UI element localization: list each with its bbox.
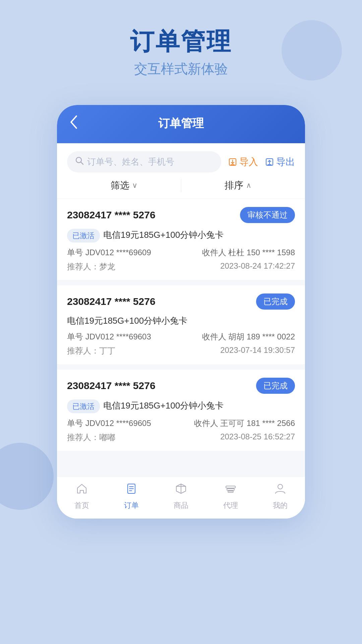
home-icon (76, 483, 88, 498)
back-button[interactable] (69, 115, 78, 132)
recipient-info: 收件人 杜杜 150 **** 1598 (202, 247, 295, 258)
sort-label: 排序 (225, 179, 243, 192)
svg-rect-10 (226, 486, 235, 488)
nav-item-agent[interactable]: 代理 (206, 483, 255, 511)
order-number: 23082417 **** 5276 (67, 296, 156, 307)
search-area: 订单号、姓名、手机号 导入 导出 (57, 143, 305, 172)
search-placeholder: 订单号、姓名、手机号 (87, 156, 174, 168)
export-button[interactable]: 导出 (265, 156, 295, 168)
svg-rect-12 (228, 491, 233, 492)
filter-sort-bar: 筛选 ∨ 排序 ∧ (57, 172, 305, 199)
jd-order-number: 单号 JDV012 ****69605 (67, 418, 151, 429)
activated-tag: 已激活 (67, 399, 100, 413)
status-badge: 审核不通过 (240, 207, 295, 223)
list-bottom-space (57, 456, 305, 476)
status-badge: 已完成 (256, 293, 295, 310)
recipient-info: 收件人 胡胡 189 **** 0022 (202, 331, 295, 342)
page-header: 订单管理 交互样式新体验 (0, 0, 362, 92)
import-label: 导入 (239, 156, 258, 168)
product-icon (175, 483, 187, 498)
jd-order-number: 单号 JDV012 ****69603 (67, 331, 151, 342)
bg-circle-bottom-left (0, 443, 54, 510)
order-footer-row: 推荐人：嘟嘟 2023-08-25 16:52:27 (67, 432, 295, 443)
order-number: 23082417 **** 5276 (67, 380, 156, 391)
order-detail-row: 单号 JDV012 ****69605 收件人 王可可 181 **** 256… (67, 418, 295, 429)
svg-line-1 (81, 162, 83, 164)
nav-label-order: 订单 (124, 500, 139, 511)
order-card[interactable]: 23082417 **** 5276 审核不通过 已激活电信19元185G+10… (57, 199, 305, 280)
import-button[interactable]: 导入 (228, 156, 258, 168)
export-label: 导出 (276, 156, 295, 168)
order-datetime: 2023-08-24 17:42:27 (220, 261, 295, 272)
sort-chevron-icon: ∧ (246, 181, 251, 190)
nav-item-home[interactable]: 首页 (57, 483, 107, 511)
filter-button[interactable]: 筛选 ∨ (67, 179, 181, 192)
nav-item-order[interactable]: 订单 (107, 483, 156, 511)
referrer: 推荐人：梦龙 (67, 261, 115, 272)
phone-mockup: 订单管理 订单号、姓名、手机号 导入 (57, 105, 305, 518)
order-detail-row: 单号 JDV012 ****69609 收件人 杜杜 150 **** 1598 (67, 247, 295, 258)
filter-chevron-icon: ∨ (132, 181, 137, 190)
order-card-header: 23082417 **** 5276 已完成 (67, 378, 295, 394)
order-card-header: 23082417 **** 5276 审核不通过 (67, 207, 295, 223)
order-detail-row: 单号 JDV012 ****69603 收件人 胡胡 189 **** 0022 (67, 331, 295, 342)
order-datetime: 2023-08-25 16:52:27 (220, 432, 295, 443)
mine-icon (274, 483, 286, 498)
phone-header: 订单管理 (57, 105, 305, 143)
page-title: 订单管理 (0, 27, 362, 56)
svg-point-13 (278, 484, 283, 489)
referrer: 推荐人：丁丁 (67, 345, 115, 356)
agent-icon (225, 483, 237, 498)
product-name: 电信19元185G+100分钟小兔卡 (67, 315, 295, 327)
order-card[interactable]: 23082417 **** 5276 已完成 电信19元185G+100分钟小兔… (57, 285, 305, 364)
nav-label-mine: 我的 (273, 500, 288, 511)
product-name: 已激活电信19元185G+100分钟小兔卡 (67, 399, 295, 413)
phone-screen-title: 订单管理 (158, 116, 204, 131)
filter-label: 筛选 (111, 179, 129, 192)
status-badge: 已完成 (256, 378, 295, 394)
nav-label-home: 首页 (74, 500, 89, 511)
referrer: 推荐人：嘟嘟 (67, 432, 115, 443)
jd-order-number: 单号 JDV012 ****69609 (67, 247, 151, 258)
recipient-info: 收件人 王可可 181 **** 2566 (194, 418, 295, 429)
nav-label-product: 商品 (174, 500, 188, 511)
sort-button[interactable]: 排序 ∧ (181, 179, 295, 192)
nav-label-agent: 代理 (223, 500, 238, 511)
page-subtitle: 交互样式新体验 (0, 60, 362, 78)
order-footer-row: 推荐人：丁丁 2023-07-14 19:30:57 (67, 345, 295, 356)
order-icon (125, 483, 137, 498)
order-footer-row: 推荐人：梦龙 2023-08-24 17:42:27 (67, 261, 295, 272)
search-icon (75, 156, 84, 167)
activated-tag: 已激活 (67, 229, 100, 243)
order-number: 23082417 **** 5276 (67, 209, 156, 221)
order-list: 23082417 **** 5276 审核不通过 已激活电信19元185G+10… (57, 199, 305, 476)
order-card[interactable]: 23082417 **** 5276 已完成 已激活电信19元185G+100分… (57, 370, 305, 451)
bottom-nav: 首页 订单 商品 (57, 476, 305, 519)
order-card-header: 23082417 **** 5276 已完成 (67, 293, 295, 310)
product-name: 已激活电信19元185G+100分钟小兔卡 (67, 228, 295, 243)
svg-rect-11 (227, 489, 234, 490)
nav-item-mine[interactable]: 我的 (255, 483, 305, 511)
nav-item-product[interactable]: 商品 (156, 483, 206, 511)
order-datetime: 2023-07-14 19:30:57 (220, 345, 295, 356)
search-input-wrap[interactable]: 订单号、姓名、手机号 (67, 151, 221, 172)
